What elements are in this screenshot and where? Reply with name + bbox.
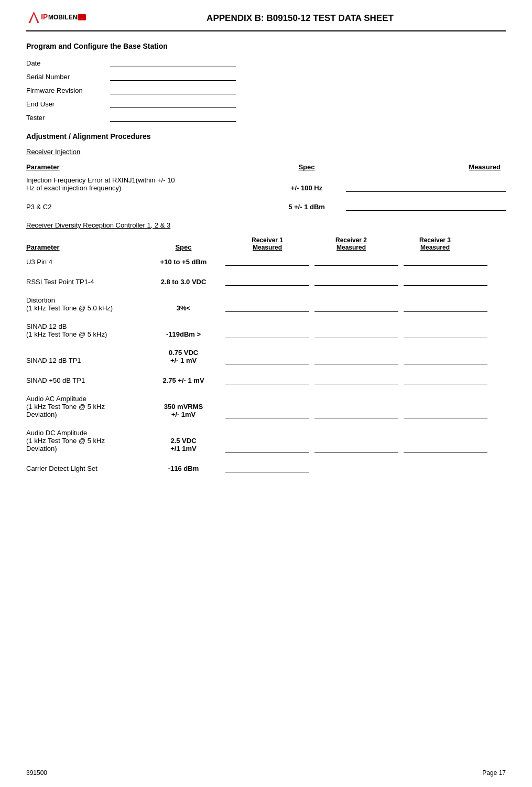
form-label-tester: Tester	[26, 114, 110, 122]
ri-header-spec: Spec	[267, 163, 346, 171]
div-m2-sinad50[interactable]	[314, 375, 398, 384]
ri-measured-2[interactable]	[346, 201, 506, 211]
div-m2-distortion[interactable]	[314, 303, 398, 312]
div-m1-rssi[interactable]	[225, 276, 309, 286]
div-header-r2-line1: Receiver 2	[309, 236, 393, 244]
div-m1-distortion[interactable]	[225, 303, 309, 312]
div-m1-carrier[interactable]	[225, 463, 309, 472]
div-param-audioac: Audio AC Amplitude(1 kHz Test Tone @ 5 k…	[26, 395, 142, 418]
form-label-serial: Serial Number	[26, 73, 110, 81]
ri-measured-1[interactable]	[346, 182, 506, 192]
form-row-date: Date	[26, 58, 506, 67]
section-adjustment-title: Adjustment / Alignment Procedures	[26, 132, 506, 141]
div-m3-sinad12tp1[interactable]	[404, 355, 487, 364]
div-header-spec: Spec	[142, 243, 225, 251]
div-m1-audiodc[interactable]	[225, 443, 309, 452]
div-spec-audiodc: 2.5 VDC+/1 1mV	[142, 437, 225, 452]
diversity-table-header: Parameter Spec Receiver 1 Measured Recei…	[26, 236, 506, 251]
div-header-r1: Receiver 1 Measured	[225, 236, 309, 251]
div-row-audioac: Audio AC Amplitude(1 kHz Test Tone @ 5 k…	[26, 395, 506, 418]
div-m3-audiodc[interactable]	[404, 443, 487, 452]
div-spec-sinad50: 2.75 +/- 1 mV	[142, 376, 225, 384]
div-m2-audioac[interactable]	[314, 409, 398, 418]
div-param-audiodc: Audio DC Amplitude(1 kHz Test Tone @ 5 k…	[26, 429, 142, 452]
logo-icon: IP MOBILENET .	[26, 10, 89, 26]
div-m2-audiodc[interactable]	[314, 443, 398, 452]
div-m1-u3pin4[interactable]	[225, 256, 309, 266]
form-area: Date Serial Number Firmware Revision End…	[26, 58, 506, 122]
div-spec-rssi: 2.8 to 3.0 VDC	[142, 278, 225, 286]
form-input-serial[interactable]	[110, 71, 236, 81]
ri-param-1: Injection Frequency Error at RXINJ1(with…	[26, 176, 267, 192]
div-header-r1-line2: Measured	[225, 244, 309, 251]
form-input-date[interactable]	[110, 58, 236, 67]
section-adjustment: Adjustment / Alignment Procedures Receiv…	[26, 132, 506, 211]
div-m3-sinad50[interactable]	[404, 375, 487, 384]
div-param-u3pin4: U3 Pin 4	[26, 258, 142, 266]
form-row-tester: Tester	[26, 112, 506, 122]
div-param-sinad12tp1: SINAD 12 dB TP1	[26, 357, 142, 364]
logo-area: IP MOBILENET .	[26, 10, 94, 26]
div-param-sinad50: SINAD +50 dB TP1	[26, 376, 142, 384]
svg-text:.: .	[81, 15, 82, 20]
div-header-r2: Receiver 2 Measured	[309, 236, 393, 251]
section-program-title: Program and Configure the Base Station	[26, 42, 506, 50]
div-spec-sinad12tp1: 0.75 VDC+/- 1 mV	[142, 349, 225, 364]
div-m1-sinad12[interactable]	[225, 329, 309, 338]
footer-left: 391500	[26, 769, 47, 777]
div-row-carrier: Carrier Detect Light Set -116 dBm	[26, 463, 506, 472]
div-row-rssi: RSSI Test Point TP1-4 2.8 to 3.0 VDC	[26, 276, 506, 286]
div-m3-rssi[interactable]	[404, 276, 487, 286]
div-param-carrier: Carrier Detect Light Set	[26, 465, 142, 472]
section-program: Program and Configure the Base Station D…	[26, 42, 506, 122]
div-row-distortion: Distortion(1 kHz Test Tone @ 5.0 kHz) 3%…	[26, 296, 506, 312]
div-m1-sinad50[interactable]	[225, 375, 309, 384]
div-header-r1-line1: Receiver 1	[225, 236, 309, 244]
footer-right: Page 17	[482, 769, 506, 777]
div-header-r3-line1: Receiver 3	[393, 236, 477, 244]
div-row-sinad50: SINAD +50 dB TP1 2.75 +/- 1 mV	[26, 375, 506, 384]
div-m2-sinad12tp1[interactable]	[314, 355, 398, 364]
div-m3-u3pin4[interactable]	[404, 256, 487, 266]
form-label-firmware: Firmware Revision	[26, 87, 110, 94]
div-spec-u3pin4: +10 to +5 dBm	[142, 258, 225, 266]
form-row-serial: Serial Number	[26, 71, 506, 81]
ri-table: Parameter Spec Measured Injection Freque…	[26, 163, 506, 211]
div-m2-u3pin4[interactable]	[314, 256, 398, 266]
form-input-enduser[interactable]	[110, 99, 236, 108]
form-row-enduser: End User	[26, 99, 506, 108]
div-m3-distortion[interactable]	[404, 303, 487, 312]
div-param-rssi: RSSI Test Point TP1-4	[26, 278, 142, 286]
ri-spec-2: 5 +/- 1 dBm	[267, 203, 346, 211]
form-input-firmware[interactable]	[110, 85, 236, 94]
div-m3-audioac[interactable]	[404, 409, 487, 418]
div-m3-sinad12[interactable]	[404, 329, 487, 338]
div-m2-rssi[interactable]	[314, 276, 398, 286]
div-m1-audioac[interactable]	[225, 409, 309, 418]
div-m2-sinad12[interactable]	[314, 329, 398, 338]
div-param-distortion: Distortion(1 kHz Test Tone @ 5.0 kHz)	[26, 296, 142, 312]
div-header-r3: Receiver 3 Measured	[393, 236, 477, 251]
div-spec-audioac: 350 mVRMS+/- 1mV	[142, 403, 225, 418]
div-param-sinad12: SINAD 12 dB(1 kHz Test Tone @ 5 kHz)	[26, 322, 142, 338]
ri-row-1: Injection Frequency Error at RXINJ1(with…	[26, 176, 506, 192]
section-diversity: Receiver Diversity Reception Controller …	[26, 221, 506, 472]
receiver-injection-title: Receiver Injection	[26, 148, 506, 156]
div-spec-sinad12: -119dBm >	[142, 330, 225, 338]
div-spec-distortion: 3%<	[142, 304, 225, 312]
page-footer: 391500 Page 17	[26, 769, 506, 777]
page-header: IP MOBILENET . APPENDIX B: B09150-12 TES…	[26, 10, 506, 31]
diversity-table: Parameter Spec Receiver 1 Measured Recei…	[26, 236, 506, 472]
page-title: APPENDIX B: B09150-12 TEST DATA SHEET	[94, 13, 506, 24]
div-row-audiodc: Audio DC Amplitude(1 kHz Test Tone @ 5 k…	[26, 429, 506, 452]
div-row-u3pin4: U3 Pin 4 +10 to +5 dBm	[26, 256, 506, 266]
ri-spec-1: +/- 100 Hz	[267, 184, 346, 192]
ri-param-2: P3 & C2	[26, 203, 267, 211]
ri-header-measured: Measured	[346, 163, 506, 171]
diversity-title: Receiver Diversity Reception Controller …	[26, 221, 506, 229]
div-m1-sinad12tp1[interactable]	[225, 355, 309, 364]
form-input-tester[interactable]	[110, 112, 236, 122]
ri-header-param: Parameter	[26, 163, 267, 171]
page: IP MOBILENET . APPENDIX B: B09150-12 TES…	[0, 0, 532, 787]
div-header-r3-line2: Measured	[393, 244, 477, 251]
